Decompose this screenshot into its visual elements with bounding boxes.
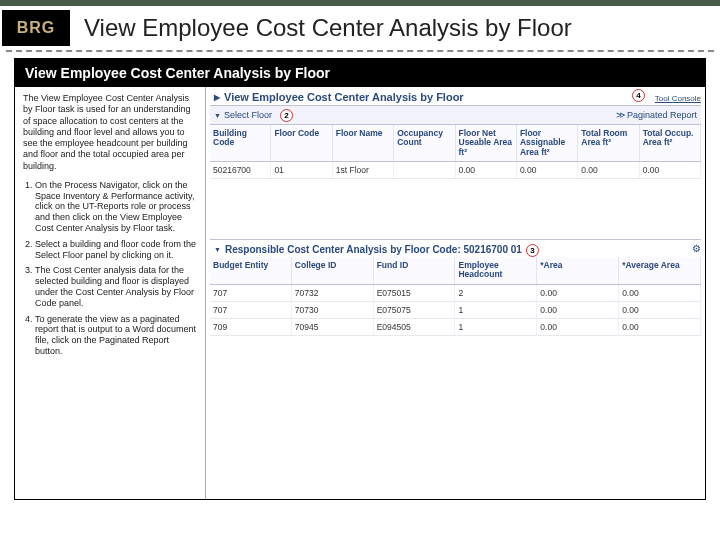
gear-icon[interactable]: ⚙ [692,243,701,254]
panel-title: View Employee Cost Center Analysis by Fl… [210,91,464,103]
step-item: Select a building and floor code from th… [35,239,197,261]
col-header[interactable]: Total Occup. Area ft² [640,125,701,161]
cell: 50216700 [210,162,271,178]
sub-panel-title: Responsible Cost Center Analysis by Floo… [210,240,526,257]
grid1-header: Building Code Floor Code Floor Name Occu… [210,125,701,162]
col-header[interactable]: *Area [537,257,619,284]
grid1-row[interactable]: 50216700 01 1st Floor 0.00 0.00 0.00 0.0… [210,162,701,179]
cell: 1 [455,319,537,335]
left-column: The View Employee Cost Center Analysis b… [15,87,205,499]
col-header[interactable]: Employee Headcount [455,257,537,284]
cell: 70945 [292,319,374,335]
select-floor-dropdown[interactable]: Select Floor [214,110,272,120]
subtitle-bar: View Employee Cost Center Analysis by Fl… [15,59,705,87]
cell: 0.00 [537,319,619,335]
cell: 2 [455,285,537,301]
tool-console-link[interactable]: Tool Console [655,94,701,103]
cell: 0.00 [578,162,639,178]
cell: E075015 [374,285,456,301]
header: BRG View Employee Cost Center Analysis b… [0,6,720,48]
logo: BRG [2,10,70,46]
col-header[interactable]: Occupancy Count [394,125,455,161]
grid2-row[interactable]: 707 70730 E075075 1 0.00 0.00 [210,302,701,319]
cell [394,162,455,178]
step-item: The Cost Center analysis data for the se… [35,265,197,308]
cell: 70730 [292,302,374,318]
cell: 707 [210,302,292,318]
cell: 70732 [292,285,374,301]
grid2-row[interactable]: 707 70732 E075015 2 0.00 0.00 [210,285,701,302]
cell: 0.00 [517,162,578,178]
col-header[interactable]: Floor Net Useable Area ft² [456,125,517,161]
col-header[interactable]: *Average Area [619,257,701,284]
callout-4: 4 [632,89,645,102]
page-title: View Employee Cost Center Analysis by Fl… [84,14,572,42]
cell: 0.00 [537,285,619,301]
cell: 0.00 [640,162,701,178]
body-container: View Employee Cost Center Analysis by Fl… [14,58,706,500]
cell: 0.00 [619,319,701,335]
cell: 0.00 [619,302,701,318]
spacer [210,179,701,239]
col-header[interactable]: Floor Assignable Area ft² [517,125,578,161]
col-header[interactable]: College ID [292,257,374,284]
description-text: The View Employee Cost Center Analysis b… [23,93,197,172]
callout-3: 3 [526,244,539,257]
cell: 0.00 [619,285,701,301]
cell: 707 [210,285,292,301]
col-header[interactable]: Floor Name [333,125,394,161]
steps-list: On the Process Navigator, click on the S… [35,180,197,357]
cell: 0.00 [456,162,517,178]
callout-2: 2 [280,109,293,122]
step-item: On the Process Navigator, click on the S… [35,180,197,234]
cell: E075075 [374,302,456,318]
grid2-row[interactable]: 709 70945 E094505 1 0.00 0.00 [210,319,701,336]
col-header[interactable]: Total Room Area ft² [578,125,639,161]
col-header[interactable]: Building Code [210,125,271,161]
col-header[interactable]: Budget Entity [210,257,292,284]
right-column: 4 View Employee Cost Center Analysis by … [205,87,705,499]
cell: 0.00 [537,302,619,318]
divider-dashed [6,50,714,52]
col-header[interactable]: Floor Code [271,125,332,161]
cell: 01 [271,162,332,178]
cell: E094505 [374,319,456,335]
cell: 1st Floor [333,162,394,178]
logo-text: BRG [17,19,56,37]
step-item: To generate the view as a paginated repo… [35,314,197,357]
grid2-header: Budget Entity College ID Fund ID Employe… [210,257,701,285]
paginated-report-button[interactable]: Paginated Report [616,110,697,120]
cell: 709 [210,319,292,335]
col-header[interactable]: Fund ID [374,257,456,284]
columns: The View Employee Cost Center Analysis b… [15,87,705,499]
cell: 1 [455,302,537,318]
